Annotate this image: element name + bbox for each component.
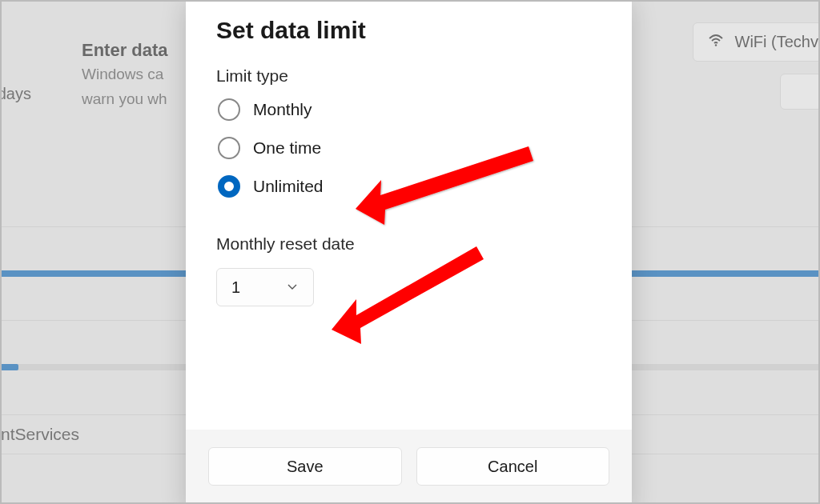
- save-button[interactable]: Save: [208, 447, 402, 486]
- limit-type-radio-group: Monthly One time Unlimited: [216, 98, 601, 198]
- radio-monthly-label: Monthly: [253, 100, 312, 119]
- reset-date-value: 1: [231, 278, 240, 297]
- dialog-title: Set data limit: [216, 17, 601, 44]
- radio-icon: [218, 98, 240, 121]
- radio-icon: [218, 137, 240, 159]
- chevron-down-icon: [286, 278, 299, 297]
- reset-date-select[interactable]: 1: [216, 268, 314, 306]
- radio-icon-selected: [218, 175, 240, 198]
- radio-one-time[interactable]: One time: [218, 137, 601, 159]
- set-data-limit-dialog: Set data limit Limit type Monthly One ti…: [186, 0, 632, 504]
- radio-one-time-label: One time: [253, 138, 321, 158]
- cancel-button[interactable]: Cancel: [416, 447, 610, 486]
- dialog-footer: Save Cancel: [186, 430, 632, 504]
- radio-unlimited[interactable]: Unlimited: [218, 175, 601, 198]
- reset-date-label: Monthly reset date: [216, 234, 601, 254]
- limit-type-label: Limit type: [216, 66, 601, 86]
- radio-unlimited-label: Unlimited: [253, 177, 324, 196]
- radio-monthly[interactable]: Monthly: [218, 98, 601, 121]
